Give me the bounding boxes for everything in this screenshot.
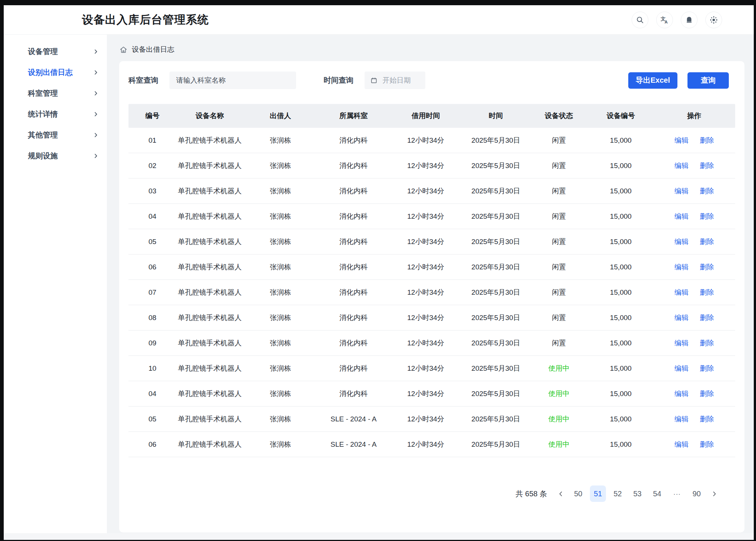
delete-link[interactable]: 删除 (700, 237, 714, 247)
cell-dept: 消化内科 (318, 364, 389, 373)
cell-device-no: 15,000 (588, 212, 653, 221)
cell-borrower: 张润栋 (243, 262, 318, 272)
cell-device: 单孔腔镜手术机器人 (177, 262, 243, 272)
sidebar-item[interactable]: 设备管理 (4, 45, 107, 58)
status-badge: 使用中 (530, 389, 588, 399)
delete-link[interactable]: 删除 (700, 364, 714, 373)
export-excel-button[interactable]: 导出Excel (628, 72, 677, 89)
cell-device-no: 15,000 (588, 288, 653, 297)
table-row: 04单孔腔镜手术机器人张润栋消化内科12小时34分2025年5月30日闲置15,… (128, 204, 735, 229)
language-button[interactable]: 文 A (656, 12, 673, 28)
edit-link[interactable]: 编辑 (674, 237, 689, 247)
column-header: 操作 (653, 111, 735, 121)
cell-duration: 12小时34分 (389, 440, 462, 449)
sidebar-item-label: 其他管理 (28, 130, 58, 140)
cell-no: 08 (128, 314, 177, 322)
delete-link[interactable]: 删除 (700, 338, 714, 348)
edit-link[interactable]: 编辑 (674, 414, 689, 424)
time-filter-label: 时间查询 (324, 75, 353, 85)
edit-link[interactable]: 编辑 (674, 136, 689, 145)
sidebar-item[interactable]: 统计详情 (4, 108, 107, 120)
cell-date: 2025年5月30日 (462, 389, 530, 399)
delete-link[interactable]: 删除 (700, 288, 714, 297)
delete-link[interactable]: 删除 (700, 212, 714, 221)
app-title: 设备出入库后台管理系统 (82, 12, 209, 28)
delete-link[interactable]: 删除 (700, 440, 714, 449)
delete-link[interactable]: 删除 (700, 262, 714, 272)
edit-link[interactable]: 编辑 (674, 338, 689, 348)
pagination-page[interactable]: 90 (689, 485, 705, 502)
chevron-right-icon (711, 491, 718, 497)
delete-link[interactable]: 删除 (700, 389, 714, 399)
edit-link[interactable]: 编辑 (674, 389, 689, 399)
cell-no: 04 (128, 390, 177, 398)
status-badge: 闲置 (530, 237, 588, 247)
column-header: 出借人 (243, 111, 318, 121)
cell-device: 单孔腔镜手术机器人 (177, 136, 243, 145)
delete-link[interactable]: 删除 (700, 186, 714, 196)
cell-device-no: 15,000 (588, 238, 653, 246)
edit-link[interactable]: 编辑 (674, 313, 689, 323)
cell-device-no: 15,000 (588, 162, 653, 170)
status-badge: 闲置 (530, 288, 588, 297)
avatar[interactable]: A (730, 11, 748, 29)
pagination-page[interactable]: 54 (649, 485, 665, 502)
cell-no: 06 (128, 263, 177, 271)
cell-date: 2025年5月30日 (462, 414, 530, 424)
cell-borrower: 张润栋 (243, 440, 318, 449)
cell-dept: SLE - 2024 - A (318, 415, 389, 423)
pagination-page[interactable]: 51 (590, 485, 606, 502)
home-icon (119, 45, 128, 54)
sidebar-nav: 设备管理设别出借日志科室管理统计详情其他管理规则设施 (4, 45, 107, 162)
delete-link[interactable]: 删除 (700, 136, 714, 145)
dept-search-input[interactable] (169, 72, 296, 89)
table-row: 06单孔腔镜手术机器人张润栋消化内科12小时34分2025年5月30日闲置15,… (128, 254, 735, 280)
sidebar-item-label: 设备管理 (28, 47, 58, 57)
table-body: 01单孔腔镜手术机器人张润栋消化内科12小时34分2025年5月30日闲置15,… (128, 128, 735, 457)
notification-bell-icon (685, 16, 693, 24)
delete-link[interactable]: 删除 (700, 313, 714, 323)
status-badge: 闲置 (530, 338, 588, 348)
sidebar-item[interactable]: 其他管理 (4, 129, 107, 141)
sidebar-item[interactable]: 规则设施 (4, 149, 107, 162)
cell-no: 10 (128, 364, 177, 373)
row-actions: 编辑删除 (653, 161, 735, 171)
notifications-button[interactable] (681, 12, 698, 28)
cell-borrower: 张润栋 (243, 237, 318, 247)
pagination-next-button[interactable] (708, 485, 720, 502)
cell-borrower: 张润栋 (243, 313, 318, 323)
pagination-page[interactable]: 50 (570, 485, 586, 502)
theme-button[interactable] (705, 12, 722, 28)
app-header: 设备出入库后台管理系统 文 A (4, 5, 754, 35)
search-button[interactable] (632, 12, 648, 28)
cell-duration: 12小时34分 (389, 313, 462, 323)
search-submit-button[interactable]: 查询 (687, 72, 729, 89)
cell-borrower: 张润栋 (243, 338, 318, 348)
breadcrumb[interactable]: 设备出借日志 (119, 44, 744, 55)
edit-link[interactable]: 编辑 (674, 212, 689, 221)
delete-link[interactable]: 删除 (700, 161, 714, 171)
pagination-page[interactable]: 53 (629, 485, 645, 502)
edit-link[interactable]: 编辑 (674, 440, 689, 449)
sidebar-item[interactable]: 设别出借日志 (4, 66, 107, 79)
start-date-picker[interactable]: 开始日期 (365, 72, 425, 89)
pagination-prev-button[interactable] (555, 485, 566, 502)
edit-link[interactable]: 编辑 (674, 262, 689, 272)
delete-link[interactable]: 删除 (700, 414, 714, 424)
table-header-row: 编号设备名称出借人所属科室借用时间时间设备状态设备编号操作 (128, 104, 735, 128)
theme-brightness-icon (709, 16, 718, 24)
sidebar-item[interactable]: 科室管理 (4, 87, 107, 99)
cell-device-no: 15,000 (588, 415, 653, 423)
table-row: 08单孔腔镜手术机器人张润栋消化内科12小时34分2025年5月30日闲置15,… (128, 305, 735, 330)
pagination-page[interactable]: 52 (610, 485, 626, 502)
date-placeholder: 开始日期 (382, 76, 411, 85)
row-actions: 编辑删除 (653, 186, 735, 196)
edit-link[interactable]: 编辑 (674, 288, 689, 297)
table-row: 07单孔腔镜手术机器人张润栋消化内科12小时34分2025年5月30日闲置15,… (128, 280, 735, 305)
cell-device-no: 15,000 (588, 263, 653, 271)
edit-link[interactable]: 编辑 (674, 186, 689, 196)
edit-link[interactable]: 编辑 (674, 364, 689, 373)
edit-link[interactable]: 编辑 (674, 161, 689, 171)
sidebar: 设备管理设别出借日志科室管理统计详情其他管理规则设施 (4, 35, 107, 533)
cell-duration: 12小时34分 (389, 338, 462, 348)
